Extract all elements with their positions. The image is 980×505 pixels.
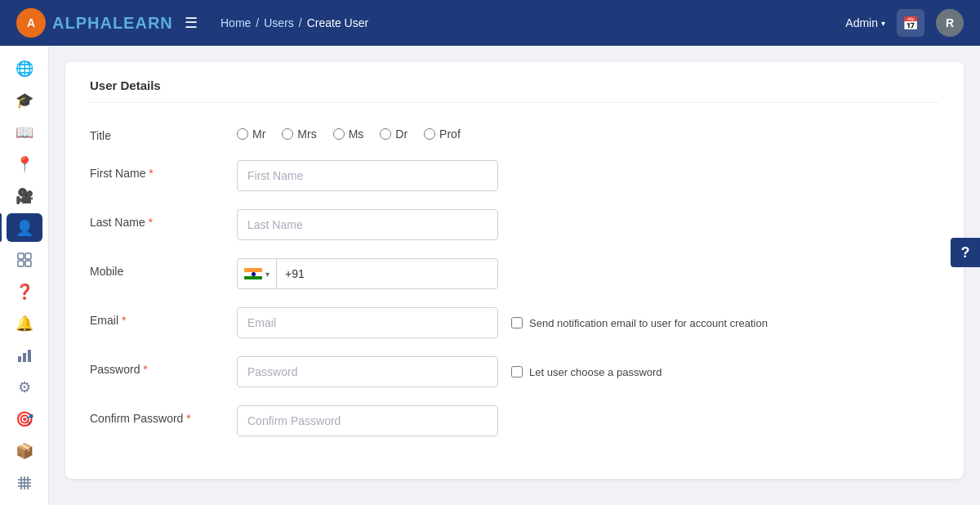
password-input[interactable] (237, 356, 498, 387)
phone-code-input[interactable] (277, 267, 497, 280)
svg-rect-1 (25, 253, 31, 259)
breadcrumb: Home / Users / Create User (212, 16, 845, 29)
title-ms-radio[interactable] (333, 128, 345, 140)
title-dr[interactable]: Dr (380, 127, 408, 141)
hamburger-icon[interactable]: ☰ (185, 14, 198, 32)
sidebar-item-package[interactable]: 📦 (7, 436, 42, 465)
title-label: Title (90, 123, 220, 142)
breadcrumb-sep1: / (256, 16, 259, 29)
last-name-input[interactable] (237, 209, 498, 240)
title-options: Mr Mrs Ms Dr (237, 123, 461, 141)
grid-icon (17, 252, 32, 267)
sidebar-item-bell[interactable]: 🔔 (7, 309, 42, 337)
sidebar-item-help[interactable]: ❓ (7, 277, 42, 306)
brand-name: ALPHALEARN (52, 14, 173, 33)
sidebar-item-video[interactable]: 🎥 (7, 181, 42, 210)
email-notification-checkbox[interactable] (511, 317, 523, 328)
email-required: * (122, 314, 126, 327)
mobile-row: Mobile ▾ (90, 258, 939, 289)
title-mr[interactable]: Mr (237, 127, 265, 141)
admin-menu-button[interactable]: Admin ▾ (845, 16, 885, 29)
email-input[interactable] (237, 307, 498, 338)
first-name-label: First Name * (90, 160, 220, 180)
title-mrs[interactable]: Mrs (282, 127, 316, 141)
chart-icon (17, 348, 32, 363)
title-mrs-radio[interactable] (282, 128, 293, 140)
password-control-area: Let user choose a password (237, 356, 939, 387)
confirm-password-control-area (237, 405, 939, 436)
password-row: Password * Let user choose a password (90, 356, 939, 387)
breadcrumb-sep2: / (299, 16, 302, 29)
sidebar-item-user[interactable]: 👤 (7, 213, 42, 242)
navbar: A ALPHALEARN ☰ Home / Users / Create Use… (0, 0, 980, 46)
confirm-password-row: Confirm Password * (90, 405, 939, 436)
sidebar-item-grid2[interactable] (7, 468, 42, 497)
admin-caret-icon: ▾ (881, 19, 885, 28)
title-dr-radio[interactable] (380, 128, 391, 140)
grid2-icon (17, 476, 32, 490)
first-name-control-area (237, 160, 939, 191)
email-notification-label: Send notification email to user for acco… (529, 317, 768, 329)
phone-caret-icon: ▾ (265, 270, 270, 279)
layout: 🌐 🎓 📖 📍 🎥 👤 ❓ 🔔 ⚙ 🎯 📦 (0, 46, 980, 505)
sidebar-item-settings[interactable]: ⚙ (7, 373, 42, 401)
brand-name-part1: ALPHA (52, 14, 113, 32)
svg-rect-3 (25, 261, 31, 266)
user-details-card: User Details Title Mr Mrs (65, 62, 964, 479)
breadcrumb-current: Create User (307, 16, 368, 29)
title-prof[interactable]: Prof (424, 127, 461, 141)
brand: A ALPHALEARN ☰ (16, 8, 212, 38)
sidebar-item-book[interactable]: 📖 (7, 118, 42, 146)
title-prof-label: Prof (439, 127, 461, 141)
confirm-password-label: Confirm Password * (90, 405, 220, 425)
password-choice-label: Let user choose a password (529, 366, 662, 378)
last-name-row: Last Name * (90, 209, 939, 240)
sidebar-item-globe[interactable]: 🌐 (7, 54, 42, 83)
svg-rect-0 (18, 253, 24, 259)
sidebar: 🌐 🎓 📖 📍 🎥 👤 ❓ 🔔 ⚙ 🎯 📦 (0, 46, 49, 505)
email-label: Email * (90, 307, 220, 327)
brand-name-part2: LEARN (113, 14, 173, 32)
last-name-control-area (237, 209, 939, 240)
svg-rect-2 (18, 261, 24, 266)
avatar[interactable]: R (936, 9, 964, 37)
title-prof-radio[interactable] (424, 128, 435, 140)
phone-flag-button[interactable]: ▾ (238, 259, 277, 288)
sidebar-item-graduation[interactable]: 🎓 (7, 86, 42, 114)
first-name-row: First Name * (90, 160, 939, 191)
svg-rect-5 (23, 353, 26, 362)
last-name-label: Last Name * (90, 209, 220, 229)
title-dr-label: Dr (395, 127, 408, 141)
title-mr-radio[interactable] (237, 128, 248, 140)
sidebar-item-location[interactable]: 📍 (7, 150, 42, 178)
confirm-password-input[interactable] (237, 405, 498, 436)
email-control-area: Send notification email to user for acco… (237, 307, 939, 338)
last-name-required: * (149, 216, 153, 229)
first-name-required: * (149, 167, 153, 180)
calendar-icon[interactable]: 📅 (897, 9, 924, 37)
brand-logo: A (16, 8, 46, 38)
confirm-password-required: * (186, 412, 190, 425)
svg-rect-4 (18, 356, 21, 362)
main-content: User Details Title Mr Mrs (49, 46, 980, 505)
sidebar-item-chart[interactable] (7, 341, 42, 369)
help-button[interactable]: ? (951, 238, 980, 267)
admin-label: Admin (845, 16, 878, 29)
breadcrumb-users[interactable]: Users (264, 16, 294, 29)
password-choice-checkbox-label[interactable]: Let user choose a password (511, 366, 662, 378)
password-label: Password * (90, 356, 220, 376)
title-ms[interactable]: Ms (333, 127, 364, 141)
first-name-input[interactable] (237, 160, 498, 191)
sidebar-item-grid[interactable] (7, 245, 42, 274)
sidebar-item-target[interactable]: 🎯 (7, 404, 42, 433)
mobile-control-area: ▾ (237, 258, 939, 289)
title-row: Title Mr Mrs Ms (90, 123, 939, 142)
email-row: Email * Send notification email to user … (90, 307, 939, 338)
breadcrumb-home[interactable]: Home (220, 16, 251, 29)
password-choice-checkbox[interactable] (511, 366, 523, 378)
card-title: User Details (90, 78, 939, 103)
password-required: * (143, 363, 147, 376)
title-mr-label: Mr (252, 127, 265, 141)
nav-right: Admin ▾ 📅 R (845, 9, 964, 37)
email-notification-checkbox-label[interactable]: Send notification email to user for acco… (511, 317, 768, 329)
